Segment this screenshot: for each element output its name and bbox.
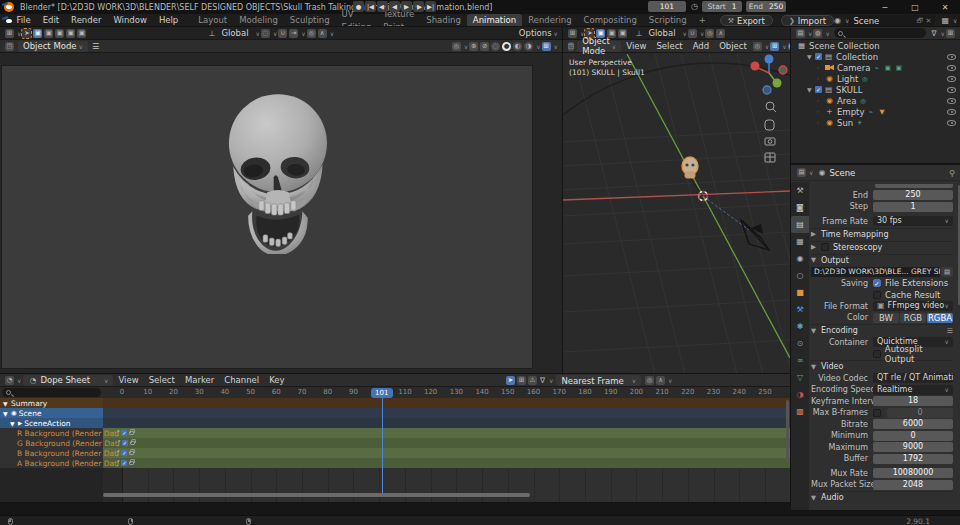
next-keyframe-button[interactable]: ·▶: [413, 1, 424, 12]
xray-icon[interactable]: ⊘: [480, 42, 489, 51]
properties-tab-constraints[interactable]: ∞: [791, 352, 809, 369]
panel-header-output[interactable]: ▼Output: [811, 254, 953, 266]
tri-badge-icon[interactable]: ▼: [877, 108, 886, 116]
property-field-disabled[interactable]: 0: [887, 408, 953, 418]
editor-type-icon[interactable]: ◔: [5, 376, 14, 385]
select-mode-invert-icon[interactable]: ▣: [66, 29, 75, 38]
visibility-toggle[interactable]: [947, 85, 956, 95]
falloff-curve-icon[interactable]: ∧: [318, 29, 327, 38]
frame-end-field[interactable]: End250: [746, 1, 786, 12]
viewport-menu-view[interactable]: View: [621, 41, 651, 51]
menu-render[interactable]: Render: [65, 14, 107, 27]
properties-tab-world[interactable]: ○: [791, 267, 809, 284]
select-mode-subtract-icon[interactable]: ▣: [55, 29, 64, 38]
outliner-row-camera[interactable]: ·Camera⌁▣▣: [791, 62, 960, 73]
keyframe-area[interactable]: [103, 398, 790, 502]
outliner-scope-icon[interactable]: ◍: [813, 29, 822, 38]
collection-checkbox[interactable]: ✓: [815, 53, 822, 60]
folder-browse-button[interactable]: ▤: [941, 267, 953, 277]
properties-tab-render[interactable]: ◙: [791, 199, 809, 216]
checkbox-max-b-frames[interactable]: [873, 409, 881, 417]
properties-tab-view-layer[interactable]: ▦: [791, 233, 809, 250]
mode-dropdown[interactable]: Object Mode∨: [18, 41, 88, 52]
visibility-toggle[interactable]: [947, 96, 956, 106]
expand-icon[interactable]: ▼: [3, 410, 11, 417]
proportional-edit-icon[interactable]: ◎: [645, 376, 654, 385]
overlays-icon[interactable]: ◎: [753, 42, 762, 51]
property-dropdown-encoding-speed[interactable]: Realtime∨: [873, 385, 953, 395]
panel-header-audio[interactable]: ▼Audio: [811, 491, 953, 503]
channel-enable-checkbox[interactable]: ✓: [121, 430, 127, 436]
collapsed-menus-icon[interactable]: ☰: [92, 42, 99, 51]
shading-rendered-icon[interactable]: ◑: [524, 42, 533, 51]
property-dropdown-frame-rate[interactable]: 30 fps∨: [873, 216, 953, 226]
segment-rgba[interactable]: RGBA: [927, 313, 953, 323]
select-mode-extend-icon[interactable]: ▣: [44, 29, 53, 38]
editor-type-icon[interactable]: ⊞: [568, 29, 577, 38]
lock-icon[interactable]: [129, 431, 134, 435]
panel-header-stereoscopy[interactable]: ▶Stereoscopy: [811, 241, 953, 253]
tab-rendering[interactable]: Rendering: [522, 14, 577, 27]
property-field-mux-packet-size[interactable]: 2048: [873, 480, 953, 490]
modifier-icon[interactable]: ƒ: [117, 449, 119, 457]
pivot-icon[interactable]: ◌: [261, 29, 270, 38]
jump-to-start-button[interactable]: |◀: [365, 1, 376, 12]
properties-tab-scene[interactable]: ◉: [791, 250, 809, 267]
snap-magnet-icon[interactable]: ∪: [278, 29, 287, 38]
panel-checkbox[interactable]: [821, 243, 829, 251]
collection-checkbox[interactable]: ✓: [815, 86, 822, 93]
channel-enable-checkbox[interactable]: ✓: [121, 460, 127, 466]
outliner-row-skull[interactable]: ▼✓▤SKULL: [791, 84, 960, 95]
menu-window[interactable]: Window: [107, 14, 153, 27]
checkbox-file-extensions[interactable]: ✓: [873, 279, 881, 287]
lock-icon[interactable]: [130, 441, 135, 445]
properties-tab-tool[interactable]: ⚒: [791, 182, 809, 199]
dopesheet-menu-channel[interactable]: Channel: [219, 375, 264, 385]
filter-funnel-icon[interactable]: ∇: [538, 376, 547, 385]
panel-header-time-remapping[interactable]: ▶Time Remapping: [811, 228, 953, 240]
expand-icon[interactable]: ▼: [807, 86, 815, 93]
play-button[interactable]: ▶: [401, 1, 412, 12]
expand-icon[interactable]: ▼: [3, 400, 11, 407]
dopesheet-menu-key[interactable]: Key: [264, 375, 289, 385]
viewport-menu-object[interactable]: Object: [714, 41, 752, 51]
outliner-row-sun[interactable]: ·◉Sun☀: [791, 117, 960, 128]
properties-tab-output[interactable]: ▤: [791, 216, 809, 233]
proportional-edit-icon[interactable]: ◎: [705, 29, 714, 38]
tab-scripting[interactable]: Scripting: [643, 14, 693, 27]
channel-search-input[interactable]: [2, 388, 101, 397]
property-field-step[interactable]: 1: [873, 202, 953, 212]
modifier-icon[interactable]: ƒ: [117, 429, 119, 437]
frame-start-field[interactable]: Start1: [702, 1, 742, 12]
pin-icon[interactable]: ⚲: [949, 168, 955, 178]
horizontal-scrollbar[interactable]: [103, 493, 530, 497]
shading-material-icon[interactable]: ◐: [513, 42, 522, 51]
outliner-display-mode-icon[interactable]: ▤: [796, 29, 805, 38]
orientation-dropdown[interactable]: Global: [216, 28, 253, 38]
properties-tab-physics[interactable]: ⊙: [791, 335, 809, 352]
current-frame-field[interactable]: 101: [648, 1, 686, 12]
select-mode-subtract-icon[interactable]: ▣: [618, 29, 627, 38]
output-path-field[interactable]: D:\2D3D WORK\3D\BLE... GREY SKULL\DARKGR…: [811, 267, 940, 277]
filter-icon[interactable]: ∇: [930, 29, 939, 38]
property-field-bitrate[interactable]: 6000: [873, 419, 953, 429]
dopesheet-menu-marker[interactable]: Marker: [180, 375, 219, 385]
dopesheet-menu-select[interactable]: Select: [144, 375, 180, 385]
channel-row-sceneaction[interactable]: ▼▶SceneAction: [0, 418, 103, 428]
tab-compositing[interactable]: Compositing: [578, 14, 643, 27]
select-mode-intersect-icon[interactable]: ▣: [77, 29, 86, 38]
orientation-dropdown[interactable]: Global: [643, 28, 680, 38]
unlink-scene-icon[interactable]: ✕: [926, 17, 932, 25]
outliner-row-area[interactable]: ·◉Area◎: [791, 95, 960, 106]
viewport-canvas[interactable]: User Perspective (101) SKULL | Skull1: [563, 54, 790, 374]
properties-filter-icon[interactable]: ▤: [797, 168, 806, 177]
track-badge-icon[interactable]: ⌁: [866, 108, 875, 116]
properties-tab-object-data[interactable]: ▽: [791, 369, 809, 386]
properties-tab-particles[interactable]: ✱: [791, 318, 809, 335]
checkbox-autosplit-output[interactable]: [873, 350, 881, 358]
menu-edit[interactable]: Edit: [37, 14, 65, 27]
channel-row-r-background-render-dat[interactable]: R Background (Render Datƒ✓: [0, 428, 103, 438]
sun-badge-icon[interactable]: ☀: [855, 119, 864, 127]
preview-range-icon[interactable]: ◷: [691, 2, 698, 11]
timeline-ruler[interactable]: 0102030405060708090100110120130140150160…: [0, 387, 790, 398]
